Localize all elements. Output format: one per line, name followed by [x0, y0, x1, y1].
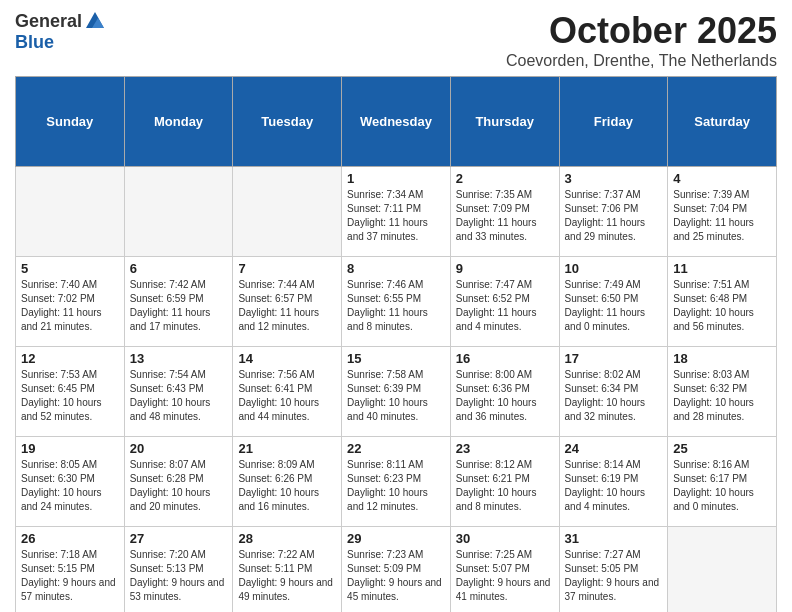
- weekday-header-thursday: Thursday: [450, 77, 559, 167]
- calendar-cell: 4Sunrise: 7:39 AMSunset: 7:04 PMDaylight…: [668, 167, 777, 257]
- calendar-cell: [233, 167, 342, 257]
- day-number: 6: [130, 261, 228, 276]
- calendar-cell: 28Sunrise: 7:22 AMSunset: 5:11 PMDayligh…: [233, 527, 342, 613]
- logo-icon: [84, 10, 106, 32]
- day-info: Sunrise: 7:44 AMSunset: 6:57 PMDaylight:…: [238, 278, 336, 334]
- calendar-cell: 25Sunrise: 8:16 AMSunset: 6:17 PMDayligh…: [668, 437, 777, 527]
- day-number: 2: [456, 171, 554, 186]
- calendar-cell: 16Sunrise: 8:00 AMSunset: 6:36 PMDayligh…: [450, 347, 559, 437]
- weekday-header-monday: Monday: [124, 77, 233, 167]
- calendar-cell: 5Sunrise: 7:40 AMSunset: 7:02 PMDaylight…: [16, 257, 125, 347]
- logo-blue-text: Blue: [15, 32, 54, 52]
- logo: General Blue: [15, 10, 106, 53]
- day-number: 29: [347, 531, 445, 546]
- day-number: 28: [238, 531, 336, 546]
- weekday-header-friday: Friday: [559, 77, 668, 167]
- day-info: Sunrise: 7:22 AMSunset: 5:11 PMDaylight:…: [238, 548, 336, 604]
- day-number: 31: [565, 531, 663, 546]
- week-row-3: 19Sunrise: 8:05 AMSunset: 6:30 PMDayligh…: [16, 437, 777, 527]
- day-info: Sunrise: 8:05 AMSunset: 6:30 PMDaylight:…: [21, 458, 119, 514]
- calendar-cell: 24Sunrise: 8:14 AMSunset: 6:19 PMDayligh…: [559, 437, 668, 527]
- calendar-cell: 8Sunrise: 7:46 AMSunset: 6:55 PMDaylight…: [342, 257, 451, 347]
- calendar-cell: 29Sunrise: 7:23 AMSunset: 5:09 PMDayligh…: [342, 527, 451, 613]
- day-info: Sunrise: 7:37 AMSunset: 7:06 PMDaylight:…: [565, 188, 663, 244]
- day-number: 26: [21, 531, 119, 546]
- calendar-cell: 14Sunrise: 7:56 AMSunset: 6:41 PMDayligh…: [233, 347, 342, 437]
- calendar-cell: 1Sunrise: 7:34 AMSunset: 7:11 PMDaylight…: [342, 167, 451, 257]
- page-container: General Blue October 2025 Coevorden, Dre…: [0, 0, 792, 612]
- day-number: 11: [673, 261, 771, 276]
- calendar-cell: [668, 527, 777, 613]
- day-number: 13: [130, 351, 228, 366]
- day-number: 4: [673, 171, 771, 186]
- title-block: October 2025 Coevorden, Drenthe, The Net…: [506, 10, 777, 70]
- weekday-header-sunday: Sunday: [16, 77, 125, 167]
- day-info: Sunrise: 7:40 AMSunset: 7:02 PMDaylight:…: [21, 278, 119, 334]
- calendar-cell: 26Sunrise: 7:18 AMSunset: 5:15 PMDayligh…: [16, 527, 125, 613]
- day-number: 3: [565, 171, 663, 186]
- day-info: Sunrise: 8:16 AMSunset: 6:17 PMDaylight:…: [673, 458, 771, 514]
- week-row-4: 26Sunrise: 7:18 AMSunset: 5:15 PMDayligh…: [16, 527, 777, 613]
- calendar-cell: 21Sunrise: 8:09 AMSunset: 6:26 PMDayligh…: [233, 437, 342, 527]
- day-number: 30: [456, 531, 554, 546]
- calendar-cell: 31Sunrise: 7:27 AMSunset: 5:05 PMDayligh…: [559, 527, 668, 613]
- day-info: Sunrise: 8:11 AMSunset: 6:23 PMDaylight:…: [347, 458, 445, 514]
- calendar-cell: 19Sunrise: 8:05 AMSunset: 6:30 PMDayligh…: [16, 437, 125, 527]
- calendar-cell: 27Sunrise: 7:20 AMSunset: 5:13 PMDayligh…: [124, 527, 233, 613]
- day-number: 12: [21, 351, 119, 366]
- month-title: October 2025: [506, 10, 777, 52]
- calendar-cell: 9Sunrise: 7:47 AMSunset: 6:52 PMDaylight…: [450, 257, 559, 347]
- day-info: Sunrise: 7:53 AMSunset: 6:45 PMDaylight:…: [21, 368, 119, 424]
- header: General Blue October 2025 Coevorden, Dre…: [15, 10, 777, 70]
- day-info: Sunrise: 7:27 AMSunset: 5:05 PMDaylight:…: [565, 548, 663, 604]
- day-info: Sunrise: 7:23 AMSunset: 5:09 PMDaylight:…: [347, 548, 445, 604]
- calendar-cell: 10Sunrise: 7:49 AMSunset: 6:50 PMDayligh…: [559, 257, 668, 347]
- day-info: Sunrise: 8:14 AMSunset: 6:19 PMDaylight:…: [565, 458, 663, 514]
- weekday-header-row: SundayMondayTuesdayWednesdayThursdayFrid…: [16, 77, 777, 167]
- day-number: 23: [456, 441, 554, 456]
- calendar-table: SundayMondayTuesdayWednesdayThursdayFrid…: [15, 76, 777, 612]
- day-number: 24: [565, 441, 663, 456]
- day-number: 10: [565, 261, 663, 276]
- location: Coevorden, Drenthe, The Netherlands: [506, 52, 777, 70]
- calendar-cell: 20Sunrise: 8:07 AMSunset: 6:28 PMDayligh…: [124, 437, 233, 527]
- calendar-cell: 11Sunrise: 7:51 AMSunset: 6:48 PMDayligh…: [668, 257, 777, 347]
- day-number: 25: [673, 441, 771, 456]
- day-info: Sunrise: 7:49 AMSunset: 6:50 PMDaylight:…: [565, 278, 663, 334]
- day-number: 9: [456, 261, 554, 276]
- weekday-header-tuesday: Tuesday: [233, 77, 342, 167]
- day-number: 8: [347, 261, 445, 276]
- day-info: Sunrise: 7:42 AMSunset: 6:59 PMDaylight:…: [130, 278, 228, 334]
- day-info: Sunrise: 8:07 AMSunset: 6:28 PMDaylight:…: [130, 458, 228, 514]
- calendar-cell: 13Sunrise: 7:54 AMSunset: 6:43 PMDayligh…: [124, 347, 233, 437]
- day-info: Sunrise: 7:56 AMSunset: 6:41 PMDaylight:…: [238, 368, 336, 424]
- calendar-cell: 30Sunrise: 7:25 AMSunset: 5:07 PMDayligh…: [450, 527, 559, 613]
- calendar-cell: 23Sunrise: 8:12 AMSunset: 6:21 PMDayligh…: [450, 437, 559, 527]
- day-info: Sunrise: 7:58 AMSunset: 6:39 PMDaylight:…: [347, 368, 445, 424]
- day-number: 27: [130, 531, 228, 546]
- calendar-cell: 3Sunrise: 7:37 AMSunset: 7:06 PMDaylight…: [559, 167, 668, 257]
- day-number: 17: [565, 351, 663, 366]
- calendar-cell: 18Sunrise: 8:03 AMSunset: 6:32 PMDayligh…: [668, 347, 777, 437]
- calendar-cell: 2Sunrise: 7:35 AMSunset: 7:09 PMDaylight…: [450, 167, 559, 257]
- day-info: Sunrise: 7:47 AMSunset: 6:52 PMDaylight:…: [456, 278, 554, 334]
- day-info: Sunrise: 7:18 AMSunset: 5:15 PMDaylight:…: [21, 548, 119, 604]
- day-info: Sunrise: 7:46 AMSunset: 6:55 PMDaylight:…: [347, 278, 445, 334]
- logo-general-text: General: [15, 11, 82, 32]
- day-info: Sunrise: 7:35 AMSunset: 7:09 PMDaylight:…: [456, 188, 554, 244]
- calendar-cell: 17Sunrise: 8:02 AMSunset: 6:34 PMDayligh…: [559, 347, 668, 437]
- day-number: 18: [673, 351, 771, 366]
- day-info: Sunrise: 8:03 AMSunset: 6:32 PMDaylight:…: [673, 368, 771, 424]
- calendar-cell: 15Sunrise: 7:58 AMSunset: 6:39 PMDayligh…: [342, 347, 451, 437]
- day-number: 20: [130, 441, 228, 456]
- day-number: 19: [21, 441, 119, 456]
- week-row-0: 1Sunrise: 7:34 AMSunset: 7:11 PMDaylight…: [16, 167, 777, 257]
- day-info: Sunrise: 7:20 AMSunset: 5:13 PMDaylight:…: [130, 548, 228, 604]
- calendar-cell: 6Sunrise: 7:42 AMSunset: 6:59 PMDaylight…: [124, 257, 233, 347]
- day-info: Sunrise: 7:51 AMSunset: 6:48 PMDaylight:…: [673, 278, 771, 334]
- weekday-header-saturday: Saturday: [668, 77, 777, 167]
- day-number: 15: [347, 351, 445, 366]
- day-info: Sunrise: 7:39 AMSunset: 7:04 PMDaylight:…: [673, 188, 771, 244]
- calendar-cell: 22Sunrise: 8:11 AMSunset: 6:23 PMDayligh…: [342, 437, 451, 527]
- calendar-cell: 12Sunrise: 7:53 AMSunset: 6:45 PMDayligh…: [16, 347, 125, 437]
